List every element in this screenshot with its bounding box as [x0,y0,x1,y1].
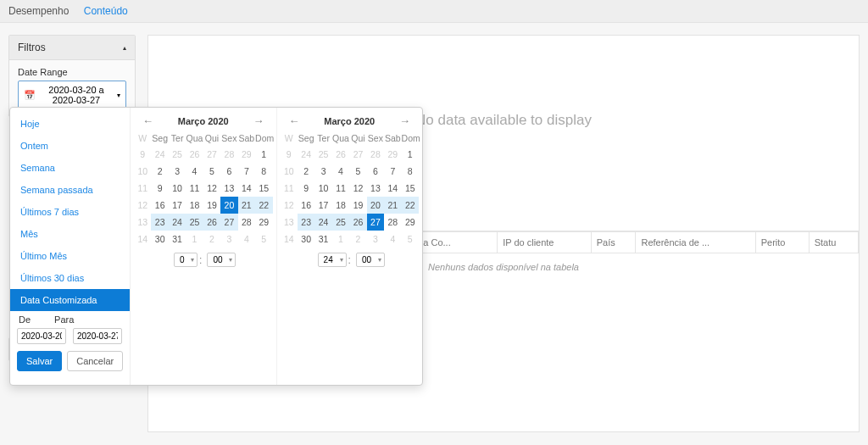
calendar-day[interactable]: 25 [314,146,331,163]
preset-item[interactable]: Mês [10,223,130,245]
calendar-day[interactable]: 10 [314,180,331,197]
calendar-day[interactable]: 15 [255,180,272,197]
preset-item[interactable]: Último Mês [10,245,130,267]
calendar-day[interactable]: 5 [349,163,366,180]
calendar-day[interactable]: 5 [255,231,272,248]
calendar-day[interactable]: 3 [367,231,384,248]
calendar-day[interactable]: 2 [203,231,220,248]
calendar-day[interactable]: 29 [255,214,272,231]
calendar-day[interactable]: 30 [151,231,168,248]
calendar-day[interactable]: 12 [203,180,220,197]
calendar-day[interactable]: 22 [402,197,419,214]
calendar-day[interactable]: 1 [255,146,272,163]
calendar-day[interactable]: 14 [238,180,255,197]
prev-month-icon[interactable]: ← [286,114,303,127]
minute-select[interactable]: 00 [207,253,236,267]
calendar-day[interactable]: 4 [238,231,255,248]
calendar-day[interactable]: 5 [402,231,419,248]
to-input[interactable] [73,328,122,344]
calendar-day[interactable]: 4 [384,231,401,248]
preset-item[interactable]: Semana passada [10,179,130,201]
calendar-day[interactable]: 3 [314,163,331,180]
calendar-day[interactable]: 19 [203,197,220,214]
calendar-day[interactable]: 7 [238,163,255,180]
calendar-day[interactable]: 30 [298,231,314,248]
cancel-button[interactable]: Cancelar [67,351,123,371]
calendar-day[interactable]: 7 [384,163,401,180]
next-month-icon[interactable]: → [396,114,414,127]
preset-item[interactable]: Últimos 30 dias [10,267,130,289]
calendar-day[interactable]: 18 [332,197,349,214]
calendar-day[interactable]: 27 [203,146,220,163]
calendar-day[interactable]: 13 [220,180,237,197]
save-button[interactable]: Salvar [17,351,62,371]
calendar-day[interactable]: 21 [238,197,255,214]
table-header[interactable]: IP do cliente [498,232,592,253]
calendar-day[interactable]: 26 [203,214,220,231]
calendar-day[interactable]: 27 [349,146,366,163]
calendar-day[interactable]: 28 [384,214,401,231]
calendar-day[interactable]: 3 [220,231,237,248]
calendar-day[interactable]: 16 [151,197,168,214]
calendar-day[interactable]: 9 [298,180,314,197]
table-header[interactable]: Perito [755,232,809,253]
calendar-day[interactable]: 20 [220,197,237,214]
hour-select[interactable]: 0 [174,253,198,267]
calendar-day[interactable]: 28 [220,146,237,163]
calendar-day[interactable]: 24 [151,146,168,163]
calendar-day[interactable]: 29 [402,214,419,231]
calendar-day[interactable]: 20 [367,197,384,214]
calendar-day[interactable]: 25 [169,146,186,163]
calendar-day[interactable]: 27 [367,214,384,231]
calendar-day[interactable]: 26 [332,146,349,163]
calendar-day[interactable]: 24 [169,214,186,231]
calendar-day[interactable]: 5 [203,163,220,180]
hour-select[interactable]: 24 [318,253,347,267]
calendar-day[interactable]: 2 [298,163,314,180]
calendar-day[interactable]: 31 [314,231,331,248]
calendar-day[interactable]: 29 [384,146,401,163]
calendar-day[interactable]: 2 [349,231,366,248]
calendar-day[interactable]: 3 [169,163,186,180]
calendar-day[interactable]: 26 [186,146,203,163]
calendar-day[interactable]: 18 [186,197,203,214]
table-header[interactable]: Statu [809,232,858,253]
calendar-day[interactable]: 19 [349,197,366,214]
calendar-day[interactable]: 8 [255,163,272,180]
next-month-icon[interactable]: → [250,114,268,127]
calendar-day[interactable]: 17 [314,197,331,214]
from-input[interactable] [17,328,66,344]
table-header[interactable]: País [591,232,636,253]
tab-performance[interactable]: Desempenho [8,5,69,17]
calendar-day[interactable]: 28 [238,214,255,231]
calendar-day[interactable]: 12 [349,180,366,197]
calendar-day[interactable]: 6 [220,163,237,180]
calendar-day[interactable]: 27 [220,214,237,231]
calendar-day[interactable]: 10 [169,180,186,197]
preset-item[interactable]: Data Customizada [10,289,130,311]
filters-header[interactable]: Filtros ▴ [9,36,135,60]
calendar-day[interactable]: 14 [384,180,401,197]
calendar-day[interactable]: 4 [186,163,203,180]
calendar-day[interactable]: 1 [186,231,203,248]
calendar-day[interactable]: 24 [298,146,314,163]
calendar-day[interactable]: 23 [151,214,168,231]
calendar-day[interactable]: 25 [186,214,203,231]
calendar-day[interactable]: 4 [332,163,349,180]
calendar-day[interactable]: 16 [298,197,314,214]
calendar-day[interactable]: 15 [402,180,419,197]
calendar-day[interactable]: 13 [367,180,384,197]
preset-item[interactable]: Ontem [10,135,130,157]
calendar-day[interactable]: 24 [314,214,331,231]
calendar-day[interactable]: 11 [186,180,203,197]
tab-content[interactable]: Conteúdo [84,5,128,17]
preset-item[interactable]: Semana [10,157,130,179]
calendar-day[interactable]: 6 [367,163,384,180]
calendar-day[interactable]: 29 [238,146,255,163]
calendar-day[interactable]: 26 [349,214,366,231]
calendar-day[interactable]: 23 [298,214,314,231]
calendar-day[interactable]: 1 [402,146,419,163]
calendar-day[interactable]: 1 [332,231,349,248]
minute-select[interactable]: 00 [356,253,385,267]
calendar-day[interactable]: 11 [332,180,349,197]
